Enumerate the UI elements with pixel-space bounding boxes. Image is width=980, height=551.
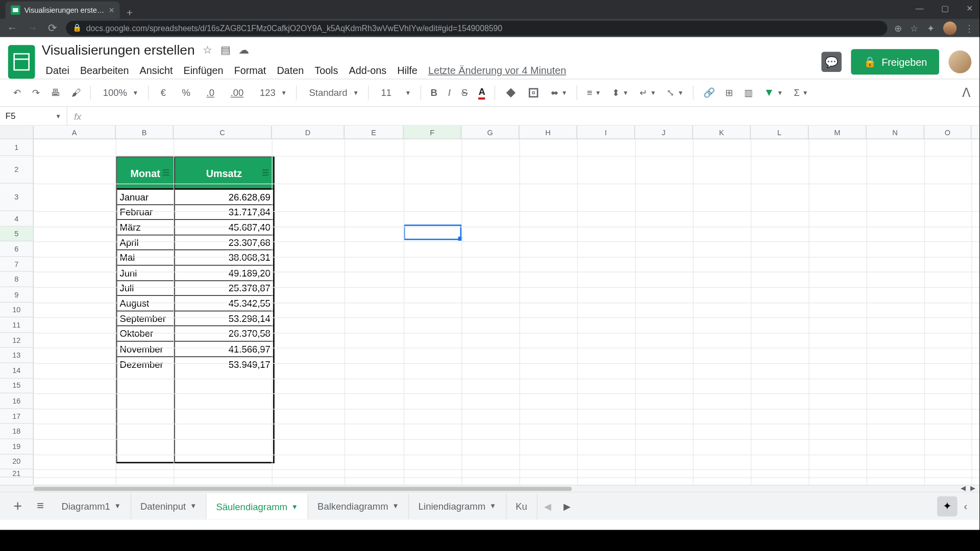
wrap-button[interactable]: ↵▼ bbox=[635, 85, 660, 101]
table-row[interactable]: November41.566,97 bbox=[117, 341, 273, 357]
row-header-17[interactable]: 17 bbox=[0, 409, 33, 424]
col-header-K[interactable]: K bbox=[693, 126, 751, 138]
table-row[interactable]: Oktober26.370,58 bbox=[117, 327, 273, 342]
table-row[interactable]: März45.687,40 bbox=[117, 220, 273, 235]
reload-button[interactable]: ⟳ bbox=[46, 21, 59, 34]
window-maximize[interactable]: ▢ bbox=[937, 3, 952, 15]
menu-bearbeiten[interactable]: Bearbeiten bbox=[76, 63, 133, 78]
v-align-button[interactable]: ⬍▼ bbox=[608, 85, 633, 101]
chart-button[interactable]: ▥ bbox=[740, 85, 757, 101]
sheets-logo-icon[interactable] bbox=[8, 45, 35, 79]
col-header-O[interactable]: O bbox=[924, 126, 971, 138]
number-format-select[interactable]: 123▼ bbox=[253, 85, 291, 101]
chrome-menu-icon[interactable]: ⋮ bbox=[965, 22, 974, 33]
cloud-status-icon[interactable]: ☁ bbox=[238, 44, 249, 57]
percent-button[interactable]: % bbox=[175, 85, 197, 101]
bold-button[interactable]: B bbox=[427, 85, 442, 101]
chrome-profile-avatar[interactable] bbox=[943, 21, 957, 35]
last-edit-link[interactable]: Letzte Änderung vor 4 Minuten bbox=[424, 63, 570, 78]
scroll-left-icon[interactable]: ◀ bbox=[961, 484, 966, 491]
zoom-select[interactable]: 100%▼ bbox=[96, 85, 142, 101]
col-header-L[interactable]: L bbox=[751, 126, 808, 138]
name-box[interactable]: F5 ▼ bbox=[0, 107, 67, 126]
formula-input[interactable] bbox=[88, 107, 979, 126]
sheet-nav-left[interactable]: ◀ bbox=[538, 500, 557, 511]
table-row[interactable]: September53.298,14 bbox=[117, 311, 273, 327]
comments-button[interactable]: 💬 bbox=[822, 52, 842, 72]
table-row[interactable]: Februar31.717,84 bbox=[117, 205, 273, 220]
col-header-M[interactable]: M bbox=[808, 126, 866, 138]
table-row[interactable]: Juli25.378,87 bbox=[117, 281, 273, 296]
comment-button[interactable]: ⊞ bbox=[721, 85, 738, 101]
collapse-toolbar-button[interactable]: ᐱ bbox=[962, 85, 970, 100]
all-sheets-button[interactable]: ≡ bbox=[30, 499, 51, 513]
filter-icon[interactable]: ☰ bbox=[162, 168, 169, 178]
col-header-I[interactable]: I bbox=[577, 126, 635, 138]
horizontal-scrollbar[interactable]: ◀▶ bbox=[0, 485, 979, 491]
menu-daten[interactable]: Daten bbox=[273, 63, 308, 78]
table-row[interactable]: April23.307,68 bbox=[117, 235, 273, 251]
doc-title[interactable]: Visualisierungen erstellen bbox=[42, 42, 195, 58]
sheet-tab-diagramm1[interactable]: Diagramm1▼ bbox=[52, 493, 131, 519]
row-header-20[interactable]: 20 bbox=[0, 454, 33, 469]
move-folder-icon[interactable]: ▤ bbox=[220, 44, 231, 57]
row-header-5[interactable]: 5 bbox=[0, 227, 33, 242]
decrease-decimal-button[interactable]: .0 bbox=[200, 85, 221, 101]
chevron-down-icon[interactable]: ▼ bbox=[114, 503, 121, 510]
row-header-3[interactable]: 3 bbox=[0, 184, 33, 211]
rotate-button[interactable]: ⤡▼ bbox=[663, 85, 688, 101]
redo-button[interactable]: ↷ bbox=[28, 85, 44, 101]
star-outline-icon[interactable]: ☆ bbox=[203, 44, 212, 57]
menu-tools[interactable]: Tools bbox=[310, 63, 342, 78]
row-header-6[interactable]: 6 bbox=[0, 241, 33, 257]
row-header-11[interactable]: 11 bbox=[0, 317, 33, 333]
browser-tab[interactable]: Visualisierungen erstellen - Goo… × bbox=[6, 2, 120, 19]
row-header-14[interactable]: 14 bbox=[0, 363, 33, 379]
row-header-2[interactable]: 2 bbox=[0, 156, 33, 184]
window-close[interactable]: ✕ bbox=[962, 3, 977, 15]
table-row[interactable]: Juni49.189,20 bbox=[117, 266, 273, 281]
chevron-down-icon[interactable]: ▼ bbox=[190, 503, 197, 510]
col-header-B[interactable]: B bbox=[116, 126, 174, 138]
chevron-down-icon[interactable]: ▼ bbox=[291, 503, 298, 510]
print-button[interactable]: 🖶 bbox=[47, 85, 64, 101]
menu-add-ons[interactable]: Add-ons bbox=[345, 63, 390, 78]
row-header-7[interactable]: 7 bbox=[0, 257, 33, 272]
row-header-1[interactable]: 1 bbox=[0, 139, 33, 156]
col-header-J[interactable]: J bbox=[635, 126, 693, 138]
tab-close-icon[interactable]: × bbox=[109, 5, 114, 15]
row-header-18[interactable]: 18 bbox=[0, 424, 33, 439]
sheet-tab-dateninput[interactable]: Dateninput▼ bbox=[131, 493, 207, 519]
chevron-down-icon[interactable]: ▼ bbox=[392, 503, 399, 510]
col-header-C[interactable]: C bbox=[174, 126, 272, 138]
filter-button[interactable]: ▼▼ bbox=[760, 84, 787, 102]
font-select[interactable]: Standard (…▼ bbox=[302, 85, 363, 101]
scroll-right-icon[interactable]: ▶ bbox=[970, 484, 976, 491]
filter-icon[interactable]: ☰ bbox=[262, 168, 269, 178]
menu-einfügen[interactable]: Einfügen bbox=[180, 63, 228, 78]
table-row[interactable]: Mai38.068,31 bbox=[117, 251, 273, 266]
menu-datei[interactable]: Datei bbox=[42, 63, 74, 78]
table-row[interactable]: Januar26.628,69 bbox=[117, 190, 273, 205]
strikethrough-button[interactable]: S bbox=[457, 85, 472, 101]
link-button[interactable]: 🔗 bbox=[699, 85, 719, 101]
window-minimize[interactable]: — bbox=[912, 3, 928, 15]
fill-color-button[interactable] bbox=[501, 84, 521, 102]
row-header-4[interactable]: 4 bbox=[0, 211, 33, 227]
chevron-down-icon[interactable]: ▼ bbox=[489, 503, 496, 510]
extensions-icon[interactable]: ✦ bbox=[927, 22, 935, 33]
menu-format[interactable]: Format bbox=[230, 63, 270, 78]
col-header-D[interactable]: D bbox=[272, 126, 344, 138]
table-row[interactable]: Dezember53.949,17 bbox=[117, 357, 273, 372]
col-header-G[interactable]: G bbox=[461, 126, 519, 138]
paint-format-button[interactable]: 🖌 bbox=[67, 85, 85, 101]
table-row[interactable]: August45.342,55 bbox=[117, 296, 273, 311]
row-header-10[interactable]: 10 bbox=[0, 303, 33, 318]
back-button[interactable]: ← bbox=[6, 22, 19, 34]
address-bar[interactable]: 🔒 docs.google.com/spreadsheets/d/16sZAG8… bbox=[66, 20, 887, 35]
italic-button[interactable]: I bbox=[444, 85, 455, 101]
sheet-tab-säulendiagramm[interactable]: Säulendiagramm▼ bbox=[207, 493, 308, 519]
sheet-tab-liniendiagramm[interactable]: Liniendiagramm▼ bbox=[409, 493, 506, 519]
sheet-nav-right[interactable]: ▶ bbox=[558, 500, 576, 511]
functions-button[interactable]: Σ▼ bbox=[790, 85, 812, 101]
